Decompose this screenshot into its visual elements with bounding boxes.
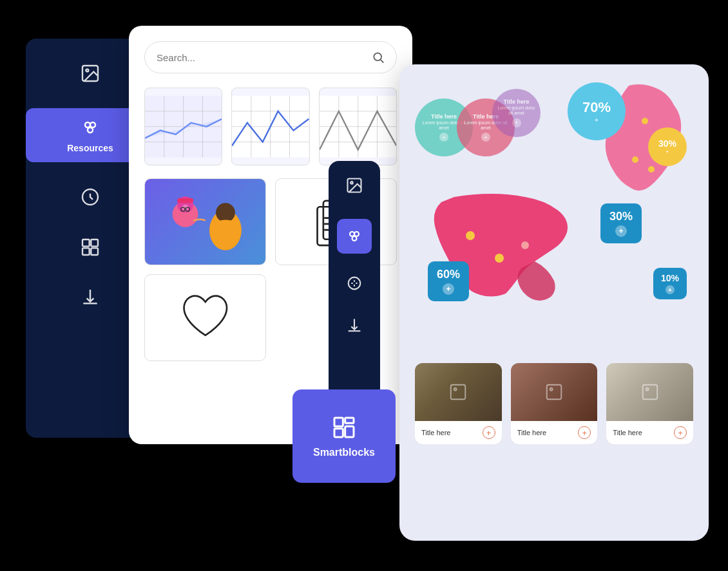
img-placeholder-3 — [606, 363, 693, 421]
svg-point-70 — [646, 388, 648, 391]
venn-sub-3: Lorem ipsum dolor sit amet — [497, 106, 535, 117]
search-icon — [372, 51, 385, 64]
svg-point-52 — [352, 236, 357, 241]
percent-map-area: 70% + 30% + — [564, 82, 693, 173]
infographic-panel: Title here Lorem ipsum dolor sit amet + … — [399, 64, 709, 541]
smartblocks-icon-active[interactable] — [337, 219, 372, 254]
img-card-3-add[interactable]: + — [674, 426, 687, 439]
svg-rect-55 — [334, 428, 343, 436]
svg-point-10 — [374, 53, 381, 61]
svg-rect-69 — [642, 385, 657, 400]
svg-rect-9 — [91, 248, 98, 255]
search-input[interactable] — [157, 52, 365, 63]
svg-rect-54 — [334, 418, 343, 426]
download-icon[interactable] — [75, 282, 106, 313]
smartblocks-nav-item[interactable]: Smartblocks — [292, 389, 396, 483]
svg-point-68 — [550, 388, 553, 391]
img-card-3-title: Title here — [613, 429, 642, 436]
smartblocks-label: Smartblocks — [313, 447, 375, 458]
image-icon[interactable] — [75, 58, 106, 89]
svg-point-64 — [521, 241, 529, 249]
badge-70: 70% + — [568, 82, 626, 140]
img-placeholder-2 — [511, 363, 598, 421]
chart-thumb-2[interactable] — [231, 88, 309, 165]
svg-line-11 — [381, 60, 384, 63]
venn-title-1: Title here — [431, 113, 457, 120]
img-card-1-title: Title here — [421, 429, 450, 436]
img-placeholder-1 — [415, 363, 502, 421]
svg-rect-57 — [345, 426, 354, 437]
chart-thumbnails — [144, 88, 397, 165]
badge-10-percent: 10% + — [653, 268, 687, 299]
venn-plus-3[interactable]: + — [512, 118, 521, 127]
img-card-3[interactable]: Title here + — [606, 363, 693, 444]
svg-point-51 — [354, 232, 359, 236]
img-card-1-footer: Title here + — [415, 421, 502, 444]
img-card-1-add[interactable]: + — [483, 426, 495, 439]
svg-rect-65 — [451, 385, 466, 400]
layout-icon[interactable] — [75, 232, 106, 263]
img-card-1[interactable]: Title here + — [415, 363, 502, 444]
venn-title-3: Title here — [504, 98, 530, 106]
svg-rect-8 — [82, 248, 90, 255]
venn-diagram: Title here Lorem ipsum dolor sit amet + … — [415, 89, 557, 166]
svg-point-63 — [495, 254, 504, 263]
svg-point-66 — [454, 388, 457, 391]
svg-rect-35 — [177, 198, 193, 202]
svg-point-60 — [632, 156, 638, 163]
svg-rect-67 — [547, 385, 562, 400]
venn-plus-2[interactable]: + — [481, 133, 490, 142]
svg-point-61 — [648, 166, 655, 173]
img-card-3-footer: Title here + — [606, 421, 693, 444]
svg-rect-7 — [91, 239, 98, 247]
svg-point-3 — [90, 122, 95, 127]
venn-circle-3: Title here Lorem ipsum dolor sit amet + — [492, 89, 541, 137]
badge-60-percent: 60% + — [428, 261, 469, 301]
svg-point-1 — [86, 69, 88, 71]
svg-point-41 — [216, 203, 235, 222]
cursor-icon[interactable] — [75, 182, 106, 212]
img-card-2-title: Title here — [517, 429, 546, 436]
image-icon-narrow[interactable] — [345, 176, 363, 198]
svg-point-4 — [88, 127, 93, 133]
svg-point-62 — [466, 231, 475, 240]
smartblocks-icon — [331, 415, 357, 440]
latam-map-area: 60% + 30% + 10% + — [415, 184, 693, 351]
venn-plus-1[interactable]: + — [439, 133, 448, 142]
svg-rect-6 — [82, 239, 90, 247]
img-card-2[interactable]: Title here + — [511, 363, 598, 444]
chart-thumb-1[interactable] — [144, 88, 222, 165]
search-container — [144, 41, 397, 73]
heart-icon-card[interactable] — [144, 274, 266, 361]
people-illustration-card[interactable] — [144, 178, 266, 265]
img-card-2-add[interactable]: + — [578, 426, 591, 439]
cursor-icon-narrow[interactable] — [345, 274, 363, 296]
svg-point-53 — [349, 277, 361, 290]
img-card-2-footer: Title here + — [511, 421, 598, 444]
chart-thumb-3[interactable] — [319, 88, 397, 165]
badge-30: 30% + — [648, 127, 687, 166]
badge-30-percent-map: 30% + — [600, 203, 642, 243]
svg-point-49 — [350, 182, 353, 184]
svg-rect-56 — [345, 418, 354, 423]
svg-point-58 — [642, 118, 648, 124]
image-strip: Title here + Title here + Title he — [415, 363, 693, 444]
venn-section: Title here Lorem ipsum dolor sit amet + … — [415, 82, 693, 173]
download-icon-narrow[interactable] — [345, 317, 363, 339]
svg-point-42 — [213, 220, 237, 232]
